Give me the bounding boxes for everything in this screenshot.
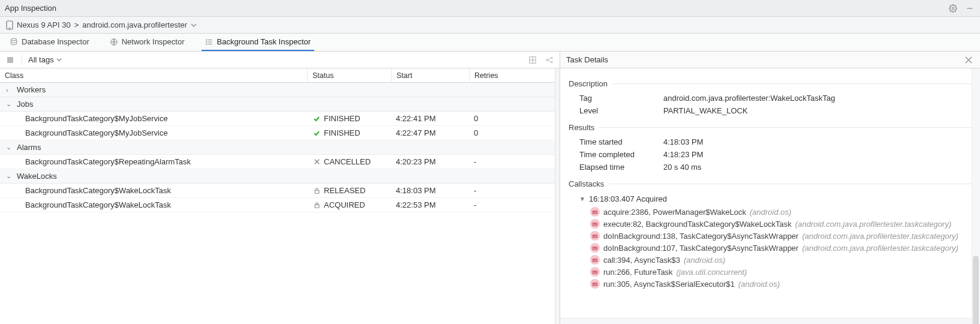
minimize-icon[interactable] (964, 3, 975, 14)
svg-point-16 (546, 59, 548, 60)
frame-package: (android.os) (738, 280, 780, 289)
close-icon[interactable] (963, 55, 974, 65)
stack-frame[interactable]: mdoInBackground:107, TaskCategory$AsyncT… (569, 242, 972, 254)
stack-frame[interactable]: mdoInBackground:138, TaskCategory$AsyncT… (569, 230, 972, 242)
cell-class: BackgroundTaskCategory$MyJobService (0, 112, 307, 125)
task-details-header: Task Details (560, 52, 980, 68)
cell-class: BackgroundTaskCategory$WakeLockTask (0, 184, 307, 197)
cell-start: 4:18:03 PM (391, 184, 469, 197)
chevron-down-icon: ⌄ (6, 100, 13, 108)
tab-background-task-inspector[interactable]: Background Task Inspector (202, 34, 315, 51)
section-callstacks-label: Callstacks (569, 179, 604, 188)
stop-icon[interactable] (5, 55, 16, 65)
frame-signature: run:305, AsyncTask$SerialExecutor$1 (603, 280, 735, 289)
group-name: WakeLocks (17, 172, 57, 181)
details-scrollbar-thumb[interactable] (973, 256, 979, 324)
vertical-scrollbar[interactable] (555, 68, 560, 324)
cell-start: 4:20:23 PM (391, 155, 469, 169)
svg-point-17 (551, 57, 552, 58)
stack-frame[interactable]: mcall:394, AsyncTask$3 (android.os) (569, 254, 972, 266)
titlebar: App Inspection (0, 0, 980, 17)
inspector-tabs: Database Inspector Network Inspector Bac… (0, 34, 980, 52)
svg-point-0 (952, 7, 954, 10)
group-row[interactable]: ›Workers (0, 83, 559, 97)
res-completed-key: Time completed (579, 150, 651, 159)
svg-line-20 (548, 60, 551, 62)
device-icon (6, 20, 13, 30)
frame-signature: acquire:2386, PowerManager$WakeLock (603, 208, 746, 217)
method-icon: m (590, 231, 600, 241)
svg-point-10 (206, 41, 206, 42)
col-header-start[interactable]: Start (392, 68, 470, 82)
callstack-entry-label: 16:18:03.407 Acquired (589, 194, 667, 203)
task-list-toolbar: All tags (0, 52, 560, 68)
tab-database-label: Database Inspector (22, 37, 89, 46)
frame-package: (android.com.java.profilertester.taskcat… (802, 232, 958, 241)
section-results: Results (569, 123, 972, 132)
status-icon (312, 187, 321, 194)
col-header-status[interactable]: Status (308, 68, 392, 82)
table-view-icon[interactable] (527, 55, 538, 65)
cell-class: BackgroundTaskCategory$RepeatingAlarmTas… (0, 155, 307, 169)
cell-retries: 0 (469, 112, 559, 125)
cell-start: 4:22:47 PM (391, 126, 469, 140)
task-table-header: Class Status Start Retries (0, 68, 560, 83)
desc-level-value: PARTIAL_WAKE_LOCK (663, 106, 748, 115)
tag-filter-dropdown[interactable]: All tags (28, 55, 62, 64)
frame-signature: run:266, FutureTask (603, 268, 673, 277)
chevron-down-icon: ⌄ (6, 172, 13, 180)
frame-package: (java.util.concurrent) (677, 268, 747, 277)
group-row[interactable]: ⌄WakeLocks (0, 169, 559, 184)
callstack-entry-header[interactable]: ▼ 16:18:03.407 Acquired (569, 192, 972, 206)
tag-filter-label: All tags (28, 55, 54, 64)
table-row[interactable]: BackgroundTaskCategory$MyJobServiceFINIS… (0, 126, 559, 140)
tab-database-inspector[interactable]: Database Inspector (6, 34, 93, 51)
section-description: Description (569, 79, 972, 88)
group-name: Workers (17, 85, 46, 94)
chevron-down-icon (191, 22, 197, 28)
desc-tag-key: Tag (579, 94, 651, 103)
group-row[interactable]: ⌄Alarms (0, 140, 559, 155)
svg-rect-24 (315, 205, 319, 208)
section-callstacks: Callstacks (569, 179, 972, 188)
cell-status: RELEASED (307, 184, 391, 197)
svg-point-4 (11, 38, 16, 40)
section-results-label: Results (569, 123, 594, 132)
method-icon: m (590, 255, 600, 265)
stack-frame[interactable]: mexecute:82, BackgroundTaskCategory$Wake… (569, 218, 972, 230)
list-icon (205, 38, 214, 46)
group-name: Alarms (17, 143, 41, 152)
breadcrumb[interactable]: Nexus 9 API 30 > android.com.java.profil… (0, 17, 980, 34)
details-horizontal-scrollbar[interactable] (560, 318, 972, 324)
table-row[interactable]: BackgroundTaskCategory$MyJobServiceFINIS… (0, 112, 559, 126)
globe-icon (110, 38, 118, 46)
stack-frame[interactable]: macquire:2386, PowerManager$WakeLock (an… (569, 206, 972, 218)
method-icon: m (590, 243, 600, 253)
col-header-class[interactable]: Class (0, 68, 308, 82)
group-row[interactable]: ⌄Jobs (0, 97, 559, 112)
cell-start: 4:22:53 PM (391, 198, 469, 212)
method-icon: m (590, 207, 600, 217)
cell-retries: 0 (469, 126, 559, 140)
table-row[interactable]: BackgroundTaskCategory$WakeLockTaskACQUI… (0, 198, 559, 212)
cell-retries: - (469, 198, 559, 212)
svg-rect-12 (7, 57, 13, 63)
table-row[interactable]: BackgroundTaskCategory$RepeatingAlarmTas… (0, 155, 559, 169)
triangle-down-icon: ▼ (579, 196, 585, 202)
tab-network-inspector[interactable]: Network Inspector (106, 34, 188, 51)
method-icon: m (590, 279, 600, 289)
gear-icon[interactable] (948, 3, 958, 14)
col-header-retries[interactable]: Retries (470, 68, 560, 82)
task-details-panel: Task Details Description Tagandroid.com.… (560, 52, 980, 324)
res-elapsed-key: Elapsed time (579, 163, 651, 172)
stack-frame[interactable]: mrun:305, AsyncTask$SerialExecutor$1 (an… (569, 278, 972, 290)
task-list-panel: All tags Class Status Start Retries (0, 52, 560, 324)
status-icon (312, 130, 321, 137)
graph-view-icon[interactable] (544, 55, 555, 65)
stack-frame[interactable]: mrun:266, FutureTask (java.util.concurre… (569, 266, 972, 278)
chevron-down-icon (56, 57, 62, 62)
res-completed-value: 4:18:23 PM (663, 150, 704, 159)
group-name: Jobs (17, 100, 33, 109)
table-row[interactable]: BackgroundTaskCategory$WakeLockTaskRELEA… (0, 184, 559, 198)
cell-retries: - (469, 155, 559, 169)
